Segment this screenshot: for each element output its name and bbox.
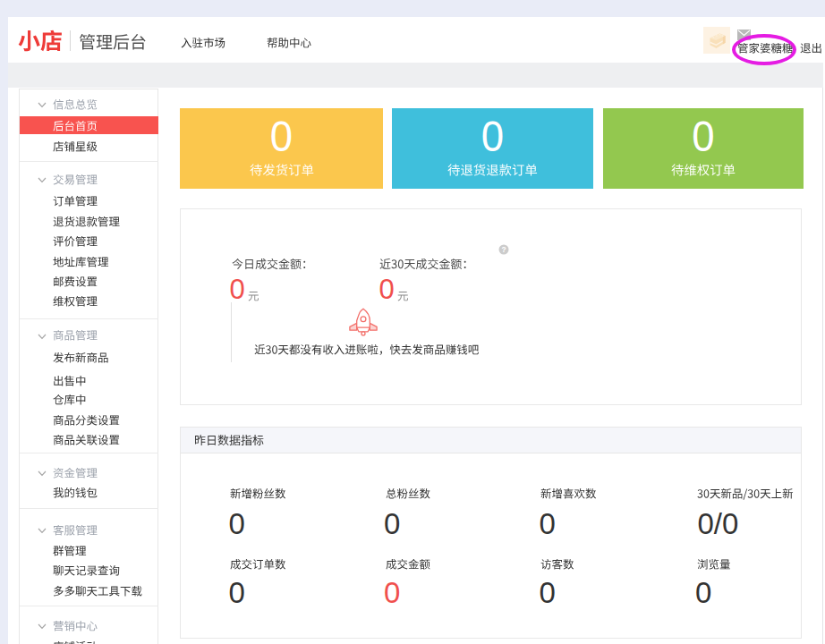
svg-text:?: ? xyxy=(501,244,506,253)
